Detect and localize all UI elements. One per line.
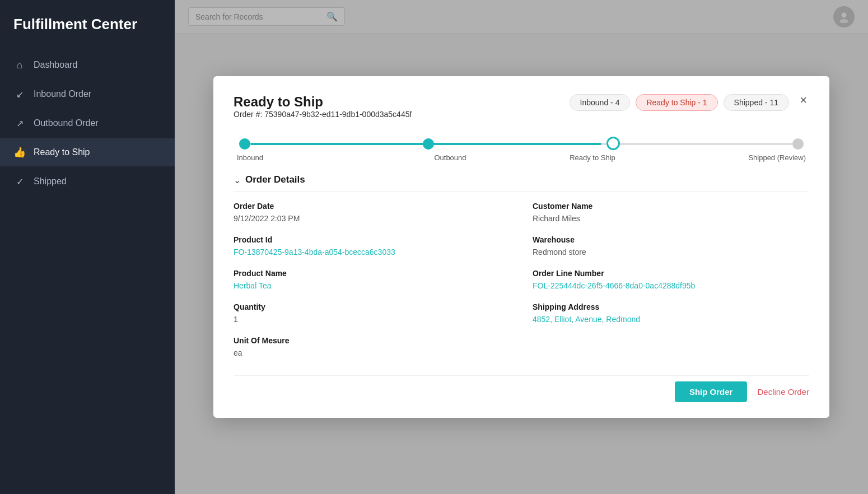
progress-dot-shipped [792, 138, 804, 150]
sidebar-label-shipped: Shipped [34, 176, 67, 187]
field-unit-of-measure: Unit Of Mesure ea [234, 336, 510, 357]
progress-dot-ready [606, 137, 620, 150]
quantity-value: 1 [234, 315, 510, 324]
field-warehouse: Warehouse Redmond store [533, 235, 809, 257]
order-date-label: Order Date [234, 202, 510, 211]
modal-title-area: Ready to Ship Order #: 75390a47-9b32-ed1… [234, 94, 412, 129]
order-line-number-value: FOL-225444dc-26f5-4666-8da0-0ac4288df95b [533, 281, 809, 290]
unit-of-measure-value: ea [234, 348, 510, 357]
order-date-value: 9/12/2022 2:03 PM [234, 214, 510, 223]
ship-order-button[interactable]: Ship Order [675, 381, 748, 402]
badge-inbound[interactable]: Inbound - 4 [570, 94, 631, 111]
sidebar-item-shipped[interactable]: ✓ Shipped [0, 167, 175, 195]
progress-dot-inbound [239, 138, 250, 150]
customer-name-label: Customer Name [533, 202, 809, 211]
sidebar-item-inbound-order[interactable]: ↙ Inbound Order [0, 80, 175, 108]
shipping-address-value: 4852, Elliot, Avenue, Redmond [533, 315, 809, 324]
quantity-label: Quantity [234, 302, 510, 311]
customer-name-value: Richard Miles [533, 214, 809, 223]
progress-dot-outbound [423, 138, 434, 150]
product-id-label: Product Id [234, 235, 510, 244]
progress-dots [239, 138, 804, 150]
progress-section: Inbound Outbound Ready to Ship Shipped (… [234, 132, 809, 162]
product-id-value: FO-13870425-9a13-4bda-a054-bcecca6c3033 [234, 248, 510, 257]
field-order-line-number: Order Line Number FOL-225444dc-26f5-4666… [533, 269, 809, 290]
modal-actions: Ship Order Decline Order [234, 375, 809, 402]
status-badges: Inbound - 4 Ready to Ship - 1 Shipped - … [570, 94, 789, 111]
field-product-id: Product Id FO-13870425-9a13-4bda-a054-bc… [234, 235, 510, 257]
shipped-icon: ✓ [13, 175, 26, 188]
progress-labels: Inbound Outbound Ready to Ship Shipped (… [234, 153, 809, 162]
sidebar-label-inbound: Inbound Order [34, 89, 91, 99]
modal-order-number: Order #: 75390a47-9b32-ed11-9db1-000d3a5… [234, 110, 412, 119]
progress-label-ready: Ready to Ship [521, 153, 664, 162]
modal-title: Ready to Ship [234, 94, 412, 110]
modal-close-button[interactable]: × [797, 94, 809, 106]
home-icon: ⌂ [13, 59, 26, 71]
progress-label-inbound: Inbound [237, 153, 379, 162]
warehouse-value: Redmond store [533, 248, 809, 257]
main-content: 🔍 Inbound - 4 Ready to Ship - 1 Shipped … [175, 0, 868, 494]
sidebar-label-ready-to-ship: Ready to Ship [34, 147, 90, 157]
sidebar: Fulfillment Center ⌂ Dashboard ↙ Inbound… [0, 0, 175, 494]
badge-ready-to-ship[interactable]: Ready to Ship - 1 [636, 94, 717, 111]
inbound-icon: ↙ [13, 88, 26, 100]
modal: Inbound - 4 Ready to Ship - 1 Shipped - … [213, 76, 829, 418]
order-line-number-label: Order Line Number [533, 269, 809, 278]
warehouse-label: Warehouse [533, 235, 809, 244]
field-customer-name: Customer Name Richard Miles [533, 202, 809, 223]
product-name-value: Herbal Tea [234, 281, 510, 290]
modal-overlay: Inbound - 4 Ready to Ship - 1 Shipped - … [175, 0, 868, 494]
section-header: ⌄ Order Details [234, 174, 809, 192]
field-quantity: Quantity 1 [234, 302, 510, 324]
badge-shipped[interactable]: Shipped - 11 [724, 94, 789, 111]
details-grid: Order Date 9/12/2022 2:03 PM Product Id … [234, 202, 809, 370]
progress-label-shipped: Shipped (Review) [664, 153, 806, 162]
chevron-down-icon[interactable]: ⌄ [234, 175, 241, 185]
ready-to-ship-icon: 👍 [13, 146, 26, 159]
left-column: Order Date 9/12/2022 2:03 PM Product Id … [234, 202, 510, 370]
app-title: Fulfillment Center [0, 0, 175, 51]
field-shipping-address: Shipping Address 4852, Elliot, Avenue, R… [533, 302, 809, 324]
field-product-name: Product Name Herbal Tea [234, 269, 510, 290]
outbound-icon: ↗ [13, 117, 26, 129]
field-order-date: Order Date 9/12/2022 2:03 PM [234, 202, 510, 223]
sidebar-item-dashboard[interactable]: ⌂ Dashboard [0, 51, 175, 79]
sidebar-label-outbound: Outbound Order [34, 118, 99, 128]
product-name-label: Product Name [234, 269, 510, 278]
sidebar-label-dashboard: Dashboard [34, 60, 77, 70]
sidebar-nav: ⌂ Dashboard ↙ Inbound Order ↗ Outbound O… [0, 51, 175, 195]
shipping-address-label: Shipping Address [533, 302, 809, 311]
unit-of-measure-label: Unit Of Mesure [234, 336, 510, 345]
sidebar-item-outbound-order[interactable]: ↗ Outbound Order [0, 109, 175, 137]
sidebar-item-ready-to-ship[interactable]: 👍 Ready to Ship [0, 138, 175, 166]
progress-label-outbound: Outbound [379, 153, 521, 162]
section-title: Order Details [245, 174, 305, 185]
right-column: Customer Name Richard Miles Warehouse Re… [533, 202, 809, 370]
decline-order-button[interactable]: Decline Order [757, 387, 809, 397]
